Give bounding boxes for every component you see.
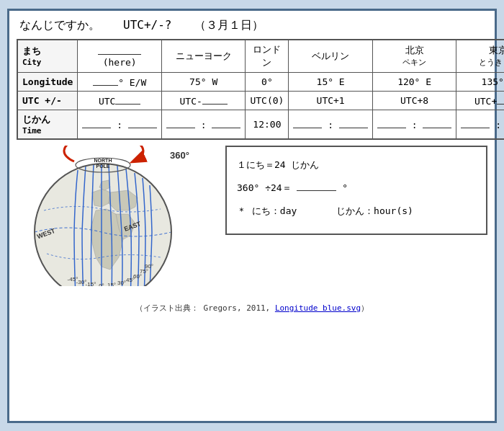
longitude-bei: 120° E xyxy=(372,72,456,91)
svg-text:90°: 90° xyxy=(145,263,153,270)
utc-here: UTC xyxy=(78,91,161,110)
longitude-label: Longitude xyxy=(17,72,78,91)
bottom-section: NORTH POLE WEST EAST -45° -30° -15° 0° 1… xyxy=(17,146,487,297)
here-header: (here) xyxy=(78,40,161,73)
utc-tok: UTC+ xyxy=(456,91,504,110)
longitude-ber: 15° E xyxy=(289,72,372,91)
page-title: なんじですか。 UTC+/-? （３月１日） xyxy=(17,18,487,33)
time-ber: : xyxy=(289,110,372,139)
time-tok: : xyxy=(456,110,504,139)
globe-area: NORTH POLE WEST EAST -45° -30° -15° 0° 1… xyxy=(17,146,218,297)
newyork-header: ニューヨーク xyxy=(161,40,245,73)
utc-ny: UTC- xyxy=(161,91,245,110)
main-container: なんじですか。 UTC+/-? （３月１日） まち City (here) ニュ… xyxy=(7,9,497,423)
table-row-longitude: Longitude ° E/W 75° W 0° 15° E 120° E 13… xyxy=(17,72,504,91)
citation-link[interactable]: Longitude blue.svg xyxy=(275,303,361,313)
svg-text:15°: 15° xyxy=(107,282,116,286)
main-table: まち City (here) ニューヨーク ロンドン ベルリン 北京 ペキン 東… xyxy=(17,39,504,140)
infobox-line1: １にち＝24 じかん xyxy=(237,156,476,174)
svg-text:0°: 0° xyxy=(99,283,104,286)
infobox-line3: ＊ にち：day じかん：hour(s) xyxy=(237,202,476,221)
longitude-tok: 135° E xyxy=(456,72,504,91)
answer-blank xyxy=(297,181,336,191)
tokyo-header: 東京 とうきょう xyxy=(456,40,504,73)
longitude-lon: 0° xyxy=(246,72,289,91)
svg-text:NORTH: NORTH xyxy=(94,158,112,163)
time-ny: : xyxy=(161,110,245,139)
time-bei: : xyxy=(372,110,456,139)
time-here: : xyxy=(78,110,161,139)
table-row-utc: UTC +/- UTC UTC- UTC(0) UTC+1 UTC+8 UTC+ xyxy=(17,91,504,110)
time-label: じかん Time xyxy=(17,110,78,139)
time-lon: 12:00 xyxy=(246,110,289,139)
city-label: まち City xyxy=(17,40,78,73)
beijing-header: 北京 ペキン xyxy=(372,40,456,73)
longitude-here: ° E/W xyxy=(78,72,161,91)
globe-svg: NORTH POLE WEST EAST -45° -30° -15° 0° 1… xyxy=(17,146,204,286)
utc-lon: UTC(0) xyxy=(246,91,289,110)
svg-text:30°: 30° xyxy=(117,280,126,286)
utc-bei: UTC+8 xyxy=(372,91,456,110)
longitude-ny: 75° W xyxy=(161,72,245,91)
berlin-header: ベルリン xyxy=(289,40,372,73)
info-box: １にち＝24 じかん 360° ÷24＝ ° ＊ にち：day じかん：hour… xyxy=(225,146,487,235)
globe-container: NORTH POLE WEST EAST -45° -30° -15° 0° 1… xyxy=(17,146,204,286)
citation: （イラスト出典： Gregors, 2011, Longitude blue.s… xyxy=(17,303,487,314)
london-header: ロンドン xyxy=(246,40,289,73)
svg-text:POLE: POLE xyxy=(96,164,109,169)
utc-ber: UTC+1 xyxy=(289,91,372,110)
infobox-line2: 360° ÷24＝ ° xyxy=(237,179,476,197)
table-row-headers: まち City (here) ニューヨーク ロンドン ベルリン 北京 ペキン 東… xyxy=(17,40,504,73)
svg-text:-15°: -15° xyxy=(86,281,96,286)
utc-label: UTC +/- xyxy=(17,91,78,110)
table-row-time: じかん Time : : 12:00 : : : xyxy=(17,110,504,139)
svg-text:360°: 360° xyxy=(170,150,189,161)
